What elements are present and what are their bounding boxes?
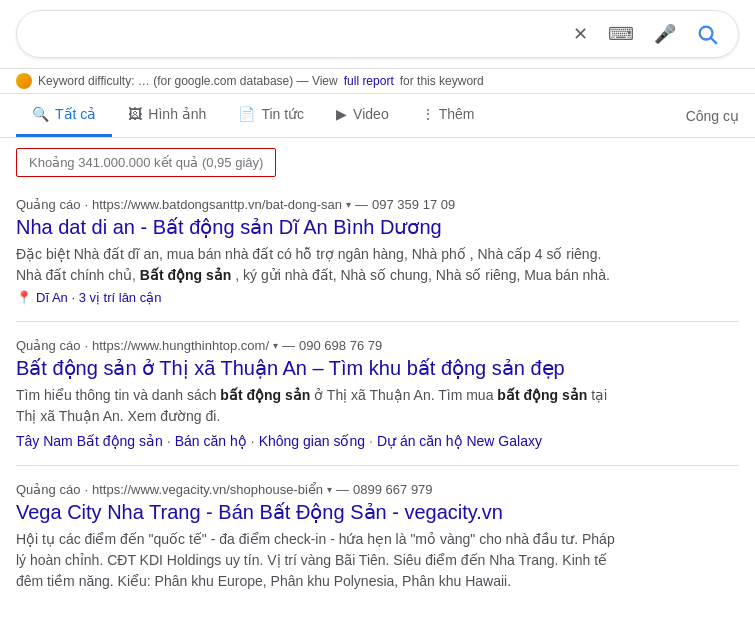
ad1-meta: Quảng cáo · https://www.batdongsanttp.vn… xyxy=(16,197,739,212)
ad2-sep: · xyxy=(84,338,88,353)
keyword-text-after: for this keyword xyxy=(400,74,484,88)
results-info-wrapper: Khoảng 341.000.000 kết quả (0,95 giây) xyxy=(0,138,755,181)
ad3-url: https://www.vegacity.vn/shophouse-biển xyxy=(92,482,323,497)
tab-all-label: Tất cả xyxy=(55,106,96,122)
images-icon: 🖼 xyxy=(128,106,142,122)
keyword-text-before: Keyword difficulty: … (for google.com da… xyxy=(38,74,338,88)
ad2-link-sep1: · xyxy=(167,433,171,449)
keyboard-button[interactable]: ⌨ xyxy=(604,19,638,49)
ad1-sep2: — xyxy=(355,197,368,212)
tab-more[interactable]: ⋮ Thêm xyxy=(405,94,491,137)
ad1-arrow: ▾ xyxy=(346,199,351,210)
keyword-icon xyxy=(16,73,32,89)
ad3-phone: 0899 667 979 xyxy=(353,482,433,497)
ad2-link-4[interactable]: Dự án căn hộ New Galaxy xyxy=(377,433,542,449)
ad3-badge: Quảng cáo xyxy=(16,482,80,497)
tab-news-label: Tin tức xyxy=(261,106,304,122)
search-icons: ✕ ⌨ 🎤 xyxy=(569,19,722,49)
search-icon: 🔍 xyxy=(32,106,49,122)
more-icon: ⋮ xyxy=(421,106,435,122)
ad2-link-1[interactable]: Tây Nam Bất động sản xyxy=(16,433,163,449)
ad2-url: https://www.hungthinhtop.com/ xyxy=(92,338,269,353)
ad3-title[interactable]: Vega City Nha Trang - Bán Bất Động Sản -… xyxy=(16,499,739,525)
ad1-location-text: Dĩ An · 3 vị trí lân cận xyxy=(36,290,161,305)
ad3-sep: · xyxy=(84,482,88,497)
ad1-title[interactable]: Nha dat di an - Bất động sản Dĩ An Bình … xyxy=(16,214,739,240)
results-count-text: Khoảng 341.000.000 kết quả (0,95 giây) xyxy=(29,155,263,170)
keyword-full-report-link[interactable]: full report xyxy=(344,74,394,88)
tab-video-label: Video xyxy=(353,106,389,122)
ad1-sep: · xyxy=(84,197,88,212)
tools-button[interactable]: Công cụ xyxy=(686,96,739,136)
tab-all[interactable]: 🔍 Tất cả xyxy=(16,94,112,137)
ad2-link-3[interactable]: Không gian sống xyxy=(259,433,365,449)
ad2-link-sep2: · xyxy=(251,433,255,449)
tab-images-label: Hình ảnh xyxy=(148,106,206,122)
video-icon: ▶ xyxy=(336,106,347,122)
ad2-link-2[interactable]: Bán căn hộ xyxy=(175,433,247,449)
ad2-links: Tây Nam Bất động sản · Bán căn hộ · Khôn… xyxy=(16,433,739,449)
tools-label: Công cụ xyxy=(686,108,739,124)
location-icon: 📍 xyxy=(16,290,32,305)
ad2-arrow: ▾ xyxy=(273,340,278,351)
ad3-meta: Quảng cáo · https://www.vegacity.vn/shop… xyxy=(16,482,739,497)
ad2-link-sep3: · xyxy=(369,433,373,449)
ad2-title[interactable]: Bất động sản ở Thị xã Thuận An – Tìm khu… xyxy=(16,355,739,381)
ad-result-3: Quảng cáo · https://www.vegacity.vn/shop… xyxy=(16,466,739,608)
search-button[interactable] xyxy=(692,19,722,49)
ad3-arrow: ▾ xyxy=(327,484,332,495)
ad-result-2: Quảng cáo · https://www.hungthinhtop.com… xyxy=(16,322,739,466)
results-container: Quảng cáo · https://www.batdongsanttp.vn… xyxy=(0,181,755,608)
ad3-description: Hội tụ các điểm đến "quốc tế" - đa điểm … xyxy=(16,529,739,592)
news-icon: 📄 xyxy=(238,106,255,122)
search-input[interactable]: bất động sản xyxy=(33,24,561,45)
results-count: Khoảng 341.000.000 kết quả (0,95 giây) xyxy=(16,148,276,177)
ad2-description: Tìm hiểu thông tin và danh sách bất động… xyxy=(16,385,739,427)
ad2-phone: 090 698 76 79 xyxy=(299,338,382,353)
ad1-url: https://www.batdongsanttp.vn/bat-dong-sa… xyxy=(92,197,342,212)
keyword-bar: Keyword difficulty: … (for google.com da… xyxy=(0,69,755,94)
clear-button[interactable]: ✕ xyxy=(569,19,592,49)
ad2-meta: Quảng cáo · https://www.hungthinhtop.com… xyxy=(16,338,739,353)
ad-result-1: Quảng cáo · https://www.batdongsanttp.vn… xyxy=(16,181,739,322)
mic-button[interactable]: 🎤 xyxy=(650,19,680,49)
ad2-badge: Quảng cáo xyxy=(16,338,80,353)
ad2-sep2: — xyxy=(282,338,295,353)
svg-line-1 xyxy=(711,38,716,43)
ad1-phone: 097 359 17 09 xyxy=(372,197,455,212)
ad1-description: Đặc biệt Nhà đất dĩ an, mua bán nhà đất … xyxy=(16,244,739,286)
tab-news[interactable]: 📄 Tin tức xyxy=(222,94,320,137)
nav-tabs: 🔍 Tất cả 🖼 Hình ảnh 📄 Tin tức ▶ Video ⋮ … xyxy=(0,94,755,138)
search-bar: bất động sản ✕ ⌨ 🎤 xyxy=(0,0,755,69)
tab-video[interactable]: ▶ Video xyxy=(320,94,405,137)
ad1-badge: Quảng cáo xyxy=(16,197,80,212)
tab-images[interactable]: 🖼 Hình ảnh xyxy=(112,94,222,137)
ad3-sep2: — xyxy=(336,482,349,497)
search-input-wrapper: bất động sản ✕ ⌨ 🎤 xyxy=(16,10,739,58)
tab-more-label: Thêm xyxy=(439,106,475,122)
ad1-location: 📍 Dĩ An · 3 vị trí lân cận xyxy=(16,290,739,305)
